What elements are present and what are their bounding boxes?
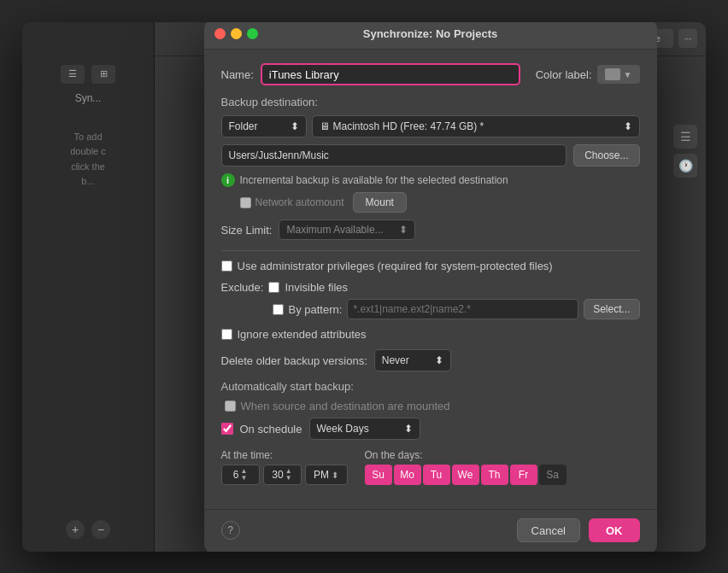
folder-chevron-icon: ⬍	[291, 120, 299, 132]
admin-checkbox[interactable]	[221, 260, 232, 272]
hour-stepper[interactable]: 6 ▲ ▼	[221, 465, 260, 485]
dialog-titlebar: Synchronize: No Projects	[204, 22, 657, 50]
backup-dest-label: Backup destination:	[221, 96, 640, 108]
sidebar-grid-icon[interactable]: ⊞	[91, 65, 115, 84]
color-label-area: Color label: ▼	[536, 65, 640, 84]
when-mounted-row: When source and destination are mounted	[225, 400, 640, 412]
chevron-down-icon: ▼	[624, 70, 632, 79]
sidebar-icons: ☰ ⊞	[61, 65, 115, 84]
on-schedule-label: On schedule	[240, 423, 302, 436]
auto-start-label: Automatically start backup:	[221, 380, 640, 393]
dialog-body: Name: Color label: ▼ Backup destination:	[204, 50, 657, 509]
day-tu[interactable]: Tu	[423, 465, 450, 485]
name-label: Name:	[221, 68, 254, 81]
never-chevron-icon: ⬍	[435, 354, 443, 366]
admin-row: Use administrator privileges (required f…	[221, 260, 640, 272]
disk-icon: 🖥	[320, 120, 330, 132]
sidebar-helper-text: To adddouble cclick theb...	[62, 130, 114, 190]
close-button[interactable]	[214, 28, 226, 39]
add-button[interactable]: +	[66, 520, 85, 539]
days-row: Su Mo Tu We Th Fr Sa	[365, 465, 567, 485]
delete-label: Delete older backup versions:	[221, 354, 367, 367]
select-button[interactable]: Select...	[584, 299, 639, 319]
footer-buttons: Cancel OK	[517, 518, 640, 542]
network-automount-label: Network automount	[240, 196, 344, 208]
ignore-row: Ignore extended attributes	[221, 328, 640, 341]
never-select[interactable]: Never ⬍	[374, 349, 451, 371]
minute-value: 30	[272, 469, 283, 481]
day-fr[interactable]: Fr	[510, 465, 537, 485]
minute-stepper[interactable]: 30 ▲ ▼	[263, 465, 302, 485]
network-row: Network automount Mount	[240, 192, 640, 213]
size-limit-select[interactable]: Maximum Available... ⬍	[279, 219, 415, 240]
pattern-input[interactable]	[347, 299, 578, 319]
main-area: ronize ··· ☰ 🕐 Synchronize: No Projects	[155, 22, 706, 552]
color-swatch-select[interactable]: ▼	[597, 65, 640, 84]
network-automount-checkbox[interactable]	[240, 197, 251, 208]
sidebar-bottom: + −	[66, 520, 110, 552]
color-label-text: Color label:	[536, 68, 592, 81]
disk-chevron-icon: ⬍	[624, 120, 632, 132]
on-days-label: On the days:	[365, 449, 423, 461]
ampm-select[interactable]: PM ⬍	[305, 465, 348, 485]
by-pattern-checkbox[interactable]	[273, 304, 284, 315]
path-row: Choose...	[221, 144, 640, 167]
ignore-ext-checkbox[interactable]	[221, 329, 232, 340]
invisible-files-label: Invisible files	[285, 281, 348, 294]
dest-row: Folder ⬍ 🖥 Macintosh HD (Free: 47.74 GB)…	[221, 115, 640, 137]
ok-button[interactable]: OK	[589, 518, 640, 542]
exclude-section: Exclude: Invisible files By pattern: Sel…	[221, 281, 640, 319]
size-chevron-icon: ⬍	[399, 224, 408, 236]
dialog-footer: ? Cancel OK	[204, 509, 657, 552]
when-mounted-checkbox[interactable]	[225, 401, 236, 412]
delete-row: Delete older backup versions: Never ⬍	[221, 349, 640, 371]
help-button[interactable]: ?	[221, 521, 240, 540]
invisible-files-checkbox[interactable]	[268, 282, 279, 293]
disk-select[interactable]: 🖥 Macintosh HD (Free: 47.74 GB) * ⬍	[312, 115, 640, 137]
day-sa[interactable]: Sa	[539, 465, 567, 485]
choose-button[interactable]: Choose...	[573, 144, 639, 167]
day-we[interactable]: We	[452, 465, 479, 485]
dialog-overlay: Synchronize: No Projects Name: Color lab…	[155, 22, 706, 552]
sidebar-label: Syn...	[75, 92, 102, 104]
day-su[interactable]: Su	[365, 465, 392, 485]
at-time-group: At the time: 6 ▲ ▼ 3	[221, 448, 348, 485]
hour-down-icon[interactable]: ▼	[240, 475, 247, 482]
path-input[interactable]	[221, 144, 567, 167]
remove-button[interactable]: −	[91, 520, 110, 539]
minute-down-icon[interactable]: ▼	[285, 475, 292, 482]
name-row: Name: Color label: ▼	[221, 63, 640, 85]
info-row: i Incremental backup is available for th…	[221, 173, 640, 187]
cancel-button[interactable]: Cancel	[517, 518, 580, 542]
ampm-chevron-icon: ⬍	[332, 471, 338, 480]
day-th[interactable]: Th	[481, 465, 508, 485]
app-window: ☰ ⊞ Syn... To adddouble cclick theb... +…	[22, 22, 706, 552]
on-schedule-checkbox[interactable]	[221, 423, 233, 435]
sidebar-list-icon[interactable]: ☰	[61, 65, 85, 84]
day-mo[interactable]: Mo	[394, 465, 421, 485]
maximize-button[interactable]	[247, 28, 258, 39]
exclude-label: Exclude:	[221, 281, 264, 294]
name-input[interactable]	[261, 63, 520, 85]
folder-select[interactable]: Folder ⬍	[221, 115, 307, 137]
exclude-row-2: By pattern: Select...	[273, 299, 640, 319]
mount-button[interactable]: Mount	[353, 192, 407, 213]
ampm-value: PM	[314, 469, 329, 481]
time-row: At the time: 6 ▲ ▼ 3	[221, 448, 640, 485]
size-limit-row: Size Limit: Maximum Available... ⬍	[221, 219, 640, 240]
by-pattern-label: By pattern:	[289, 303, 343, 316]
titlebar-buttons	[214, 28, 258, 39]
schedule-select[interactable]: Week Days ⬍	[309, 418, 420, 440]
when-mounted-label: When source and destination are mounted	[241, 400, 450, 412]
max-available-label: Maximum Available...	[286, 224, 383, 236]
color-swatch	[605, 68, 620, 80]
on-days-group: On the days: Su Mo Tu We Th Fr Sa	[365, 448, 567, 485]
size-limit-label: Size Limit:	[221, 224, 273, 237]
folder-label: Folder	[229, 120, 258, 132]
schedule-chevron-icon: ⬍	[404, 423, 413, 435]
minimize-button[interactable]	[231, 28, 242, 39]
dialog-title: Synchronize: No Projects	[363, 27, 497, 40]
never-label: Never	[382, 354, 409, 366]
schedule-row: On schedule Week Days ⬍	[221, 418, 640, 440]
at-time-label: At the time:	[221, 449, 273, 461]
